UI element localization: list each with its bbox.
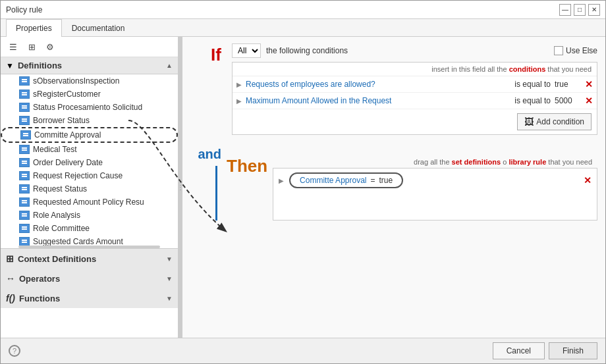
settings-button[interactable]: ⚙ bbox=[41, 39, 59, 54]
condition-name-1[interactable]: Requests of employees are allowed? bbox=[246, 80, 510, 89]
hint-insert-text: insert in this field all the bbox=[431, 65, 507, 73]
add-condition-label: Add condition bbox=[536, 117, 584, 126]
close-button[interactable]: ✕ bbox=[588, 4, 600, 16]
condition-name-2[interactable]: Maximum Amount Allowed in the Request bbox=[246, 96, 510, 105]
left-bottom-sections: ⊞ Context Definitions ▼ ↔ Operators ▼ f(… bbox=[1, 248, 178, 308]
functions-icon: f() bbox=[6, 293, 15, 303]
set-val: true bbox=[379, 176, 393, 185]
labels-column: and bbox=[190, 143, 227, 221]
list-item[interactable]: sObservationsInspection bbox=[1, 74, 178, 88]
condition-arrow-1: ▶ bbox=[236, 81, 242, 88]
bottom-buttons: Cancel Finish bbox=[493, 342, 597, 359]
and-label: and bbox=[198, 143, 221, 162]
conditions-hint: insert in this field all the conditions … bbox=[233, 63, 597, 76]
use-else-label: Use Else bbox=[566, 46, 597, 55]
item-icon bbox=[19, 116, 30, 125]
item-icon bbox=[19, 171, 30, 180]
left-panel: ☰ ⊞ ⚙ ▼ Definitions ▲ sObservationsInspe… bbox=[1, 37, 179, 338]
list-item[interactable]: Role Committee bbox=[1, 222, 178, 235]
context-definitions-header[interactable]: ⊞ Context Definitions ▼ bbox=[1, 249, 178, 269]
tab-documentation[interactable]: Documentation bbox=[62, 19, 135, 37]
list-item[interactable]: Requested Amount Policy Resu bbox=[1, 195, 178, 209]
definitions-list: sObservationsInspection sRegisterCustome… bbox=[1, 74, 178, 246]
maximize-button[interactable]: □ bbox=[574, 4, 586, 16]
condition-delete-2[interactable]: ✕ bbox=[585, 95, 593, 106]
item-label: Requested Amount Policy Resu bbox=[33, 197, 144, 207]
list-item[interactable]: Suggested Cards Amount bbox=[1, 235, 178, 246]
spacer bbox=[227, 143, 597, 153]
help-button[interactable]: ? bbox=[9, 345, 20, 357]
definitions-scroll-up[interactable]: ▲ bbox=[166, 62, 173, 69]
definitions-section-header[interactable]: ▼ Definitions ▲ bbox=[1, 57, 178, 74]
operators-header[interactable]: ↔ Operators ▼ bbox=[1, 269, 178, 288]
list-item[interactable]: Status Procesamiento Solicitud bbox=[1, 101, 178, 114]
context-definitions-title: Context Definitions bbox=[18, 254, 96, 264]
grid-view-button[interactable]: ⊞ bbox=[23, 39, 40, 54]
item-icon bbox=[19, 76, 30, 86]
window-title: Policy rule bbox=[6, 5, 42, 14]
item-icon bbox=[19, 145, 30, 154]
all-dropdown[interactable]: All bbox=[232, 43, 261, 58]
operators-icon: ↔ bbox=[6, 273, 15, 284]
hint-conditions-text: conditions bbox=[509, 65, 546, 73]
operators-title: Operators bbox=[19, 274, 60, 284]
finish-button[interactable]: Finish bbox=[549, 342, 597, 359]
item-icon bbox=[20, 130, 31, 140]
item-icon bbox=[19, 237, 30, 246]
item-icon bbox=[19, 90, 30, 99]
list-item-committe-approval[interactable]: Committe Approval bbox=[1, 127, 178, 143]
title-bar: Policy rule ― □ ✕ bbox=[1, 1, 605, 19]
left-toolbar: ☰ ⊞ ⚙ bbox=[1, 37, 178, 57]
set-delete[interactable]: ✕ bbox=[584, 175, 592, 186]
condition-arrow-2: ▶ bbox=[236, 97, 242, 105]
add-condition-icon: 🖼 bbox=[524, 117, 534, 127]
then-hint-o: o bbox=[503, 158, 507, 166]
window-controls: ― □ ✕ bbox=[559, 4, 600, 16]
then-box: ▶ Committe Approval = true ✕ bbox=[273, 168, 597, 221]
item-icon bbox=[19, 197, 30, 207]
set-name[interactable]: Committe Approval bbox=[300, 176, 366, 185]
right-panel: If All the following conditions Use Else bbox=[182, 37, 605, 338]
list-item[interactable]: Request Rejection Cause bbox=[1, 169, 178, 182]
item-label: Request Status bbox=[33, 184, 87, 194]
item-icon bbox=[19, 184, 30, 194]
cancel-button[interactable]: Cancel bbox=[493, 342, 545, 359]
bottom-bar: ? Cancel Finish bbox=[1, 338, 605, 363]
blue-vertical-line bbox=[215, 166, 217, 221]
set-arrow: ▶ bbox=[279, 177, 284, 184]
set-eq: = bbox=[370, 176, 375, 185]
then-hint-need: that you need bbox=[548, 158, 592, 166]
then-section: Then drag all the set definitions o libr… bbox=[227, 156, 597, 221]
then-hint: drag all the set definitions o library r… bbox=[273, 156, 597, 168]
list-item[interactable]: sRegisterCustomer bbox=[1, 88, 178, 101]
list-item[interactable]: Borrower Status bbox=[1, 114, 178, 127]
list-view-button[interactable]: ☰ bbox=[5, 39, 22, 54]
if-body: All the following conditions Use Else in… bbox=[232, 43, 597, 135]
minimize-button[interactable]: ― bbox=[559, 4, 571, 16]
list-item[interactable]: Role Analysis bbox=[1, 209, 178, 222]
and-then-container: and Then drag all the set definitions bbox=[190, 143, 597, 221]
item-label: Request Rejection Cause bbox=[33, 171, 123, 180]
following-conditions-text: the following conditions bbox=[266, 46, 348, 55]
then-body: drag all the set definitions o library r… bbox=[273, 156, 597, 221]
condition-op-1: is equal to bbox=[514, 80, 551, 89]
list-item[interactable]: Request Status bbox=[1, 182, 178, 195]
list-item[interactable]: Order Delivery Date bbox=[1, 156, 178, 169]
item-icon bbox=[19, 158, 30, 167]
use-else-checkbox[interactable] bbox=[554, 46, 563, 55]
set-pill: Committe Approval = true bbox=[289, 172, 403, 188]
item-label: Suggested Cards Amount bbox=[33, 237, 123, 246]
item-label: Role Analysis bbox=[33, 211, 80, 220]
list-item[interactable]: Medical Test bbox=[1, 143, 178, 156]
condition-delete-1[interactable]: ✕ bbox=[585, 79, 593, 90]
condition-op-2: is equal to bbox=[514, 96, 551, 105]
add-condition-area: 🖼 Add condition bbox=[233, 109, 597, 134]
functions-header[interactable]: f() Functions ▼ bbox=[1, 288, 178, 308]
item-label: Order Delivery Date bbox=[33, 158, 103, 167]
condition-row-1: ▶ Requests of employees are allowed? is … bbox=[233, 76, 597, 93]
conditions-box: insert in this field all the conditions … bbox=[232, 62, 597, 135]
add-condition-button[interactable]: 🖼 Add condition bbox=[517, 113, 592, 130]
tab-properties[interactable]: Properties bbox=[6, 19, 62, 37]
then-hint-set-defs: set definitions bbox=[452, 158, 501, 166]
item-icon bbox=[19, 103, 30, 112]
